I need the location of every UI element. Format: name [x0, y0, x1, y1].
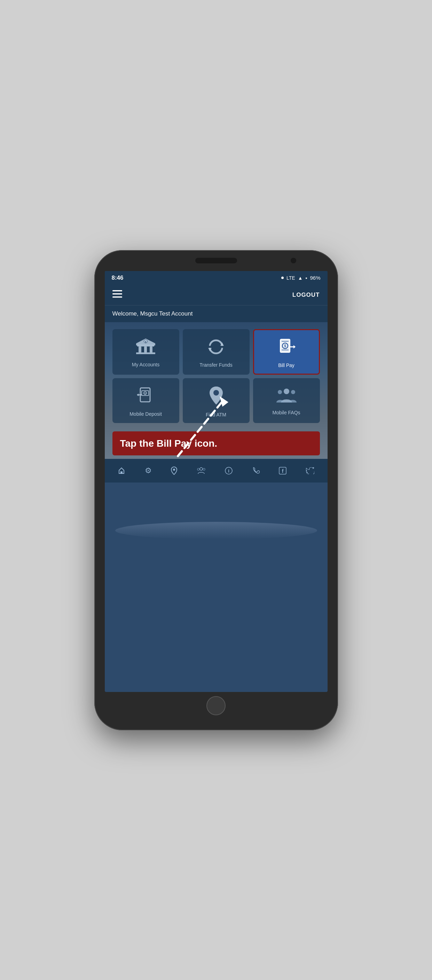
- mobile-deposit-label: Mobile Deposit: [129, 411, 162, 417]
- tab-people-icon[interactable]: [197, 467, 206, 474]
- mobile-faqs-icon: [276, 388, 297, 406]
- bottom-tab-bar: ⚙: [105, 459, 328, 482]
- svg-rect-5: [136, 344, 155, 345]
- status-right: LTE ▲ ▪ 96%: [281, 275, 320, 281]
- phone-shell: 8:46 LTE ▲ ▪ 96% LOGOU: [94, 250, 338, 730]
- bill-pay-tile[interactable]: $ Bill Pay: [253, 329, 320, 375]
- mobile-faqs-tile[interactable]: Mobile FAQs: [253, 378, 320, 423]
- phone-top-bar: [94, 250, 338, 271]
- welcome-text: Welcome, Msgcu Test Account: [112, 310, 193, 317]
- svg-point-37: [200, 468, 202, 470]
- svg-point-32: [291, 390, 295, 394]
- svg-rect-1: [112, 293, 122, 295]
- svg-marker-22: [293, 345, 295, 348]
- svg-point-29: [214, 390, 219, 396]
- page-wrapper: 8:46 LTE ▲ ▪ 96% LOGOU: [0, 0, 432, 980]
- phone-bottom: [94, 692, 338, 720]
- tab-twitter-icon[interactable]: [306, 467, 314, 474]
- my-accounts-label: My Accounts: [132, 362, 159, 368]
- battery-percent: 96%: [310, 275, 320, 281]
- svg-rect-7: [139, 347, 141, 352]
- find-atm-label: Find ATM: [206, 412, 226, 417]
- svg-rect-8: [144, 347, 147, 352]
- status-bar: 8:46 LTE ▲ ▪ 96%: [105, 271, 328, 285]
- phone-camera: [291, 258, 296, 263]
- tab-settings-icon[interactable]: ⚙: [145, 466, 152, 475]
- main-content: $ My Accounts: [105, 322, 328, 459]
- welcome-bar: Welcome, Msgcu Test Account: [105, 305, 328, 322]
- phone-screen: 8:46 LTE ▲ ▪ 96% LOGOU: [105, 271, 328, 692]
- svg-text:$: $: [145, 340, 147, 344]
- battery-icon: ▪: [306, 275, 308, 281]
- phone-speaker: [195, 258, 237, 263]
- svg-marker-28: [137, 393, 139, 396]
- bank-icon: $: [136, 339, 155, 358]
- my-accounts-tile[interactable]: $ My Accounts: [112, 329, 179, 375]
- mobile-deposit-icon: $: [137, 387, 155, 407]
- transfer-icon: [206, 338, 226, 358]
- svg-rect-4: [136, 352, 155, 354]
- svg-point-30: [284, 388, 289, 394]
- svg-rect-35: [120, 471, 123, 474]
- bill-pay-icon: $: [277, 338, 295, 358]
- svg-text:$: $: [284, 344, 286, 348]
- svg-point-36: [173, 469, 175, 471]
- signal-dot-icon: [281, 277, 284, 279]
- phone-reflection: [115, 522, 317, 539]
- bill-pay-label: Bill Pay: [278, 363, 295, 368]
- find-atm-icon: [209, 386, 223, 408]
- svg-point-38: [198, 468, 199, 470]
- instruction-text: Tap the Bill Pay icon.: [120, 438, 218, 449]
- tab-facebook-icon[interactable]: f: [279, 467, 287, 474]
- svg-point-39: [203, 468, 205, 470]
- app-grid: $ My Accounts: [112, 329, 320, 423]
- tab-location-icon[interactable]: [171, 466, 177, 475]
- svg-rect-0: [112, 290, 122, 291]
- svg-text:i: i: [228, 468, 230, 474]
- signal-icon: ▲: [298, 275, 303, 281]
- header-bar: LOGOUT: [105, 285, 328, 305]
- tab-home-icon[interactable]: [118, 467, 125, 474]
- logout-button[interactable]: LOGOUT: [292, 291, 320, 299]
- home-button[interactable]: [206, 696, 226, 715]
- svg-point-31: [278, 390, 282, 394]
- mobile-faqs-label: Mobile FAQs: [272, 410, 300, 415]
- svg-rect-2: [112, 296, 122, 298]
- svg-text:f: f: [282, 468, 284, 474]
- lte-label: LTE: [287, 275, 295, 281]
- status-time: 8:46: [112, 274, 124, 282]
- tab-phone-icon[interactable]: [252, 467, 260, 474]
- svg-rect-9: [150, 347, 153, 352]
- transfer-funds-tile[interactable]: Transfer Funds: [183, 329, 250, 375]
- transfer-funds-label: Transfer Funds: [199, 362, 232, 368]
- instruction-banner: Tap the Bill Pay icon.: [112, 431, 320, 456]
- find-atm-tile[interactable]: Find ATM: [183, 378, 250, 423]
- hamburger-menu-icon[interactable]: [112, 290, 122, 300]
- mobile-deposit-tile[interactable]: $ Mobile Deposit: [112, 378, 179, 423]
- tab-info-icon[interactable]: i: [225, 467, 233, 474]
